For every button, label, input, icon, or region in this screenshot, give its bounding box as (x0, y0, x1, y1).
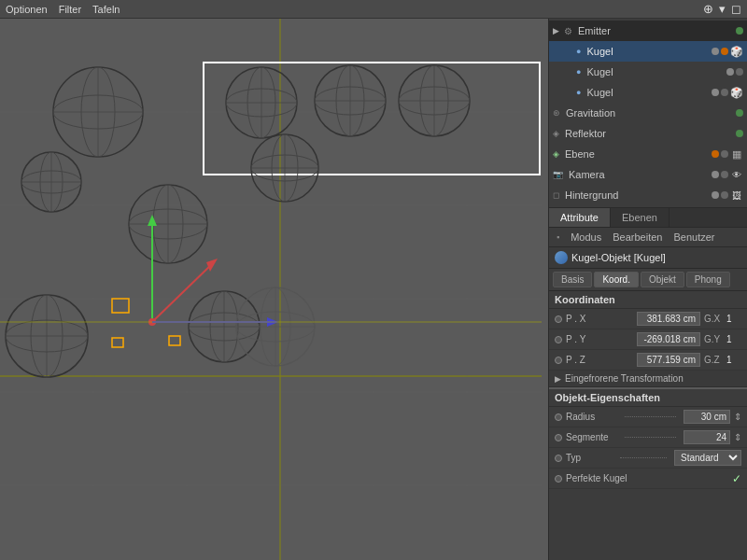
img-icon1: 🎲 (730, 45, 743, 58)
dots-radius (625, 416, 676, 417)
main-layout: ▶ ⚙ Emitter ● Kugel 🎲 (0, 19, 747, 560)
spinner-radius[interactable]: ⇕ (734, 412, 741, 422)
img-icon2: 🎲 (730, 86, 743, 99)
toolbar-modus[interactable]: Modus (567, 231, 605, 244)
prop-label-pz: P . Z (566, 355, 633, 365)
tree-item-kamera[interactable]: 📷 Kamera 👁 (549, 164, 747, 185)
prop-label-radius: Radius (566, 412, 617, 422)
tree-item-ebene[interactable]: ◈ Ebene ▦ (549, 144, 747, 164)
scene-tree: ▶ ⚙ Emitter ● Kugel 🎲 (549, 19, 747, 208)
dot4 (736, 68, 743, 76)
dot5 (712, 89, 719, 96)
prop-gvalue-px: 1 (726, 314, 741, 324)
koordinaten-header: Koordinaten (549, 291, 747, 309)
dot1 (712, 48, 719, 55)
prop-dot-px (555, 315, 562, 323)
tab-attribute[interactable]: Attribute (549, 208, 611, 227)
dots-segmente (625, 437, 676, 438)
prop-value-segmente[interactable] (684, 430, 730, 444)
tree-actions-reflektor (736, 130, 743, 137)
props-tab-row: Basis Koord. Objekt Phong (549, 269, 747, 291)
img-icon3: ▦ (730, 147, 743, 161)
tree-item-reflektor[interactable]: ◈ Reflektor (549, 123, 747, 144)
prop-row-segmente: Segmente ⇕ (549, 427, 747, 448)
prop-glabel-pz: G.Z (704, 355, 723, 365)
prop-dot-typ (555, 455, 562, 462)
right-panel: ▶ ⚙ Emitter ● Kugel 🎲 (548, 19, 747, 560)
img-icon4: 👁 (730, 168, 743, 181)
prop-value-radius[interactable] (684, 410, 730, 424)
tree-label-kugel3: Kugel (586, 87, 709, 98)
prop-label-segmente: Segmente (566, 432, 617, 442)
prop-label-py: P . Y (566, 334, 633, 344)
sub-toolbar: ▪ Modus Bearbeiten Benutzer (549, 228, 747, 247)
toolbar-bearbeiten[interactable]: Bearbeiten (609, 231, 666, 244)
dot7 (736, 109, 743, 117)
tree-label-reflektor: Reflektor (565, 128, 733, 139)
tree-actions-kugel3: 🎲 (712, 86, 743, 99)
dot13 (712, 191, 719, 199)
prop-value-pz[interactable] (637, 353, 700, 367)
tree-item-emitter[interactable]: ▶ ⚙ Emitter (549, 21, 747, 41)
tree-label-ebene: Ebene (565, 148, 709, 160)
dot11 (712, 171, 719, 178)
tree-actions-kugel1: 🎲 (712, 45, 743, 58)
tree-label-kamera: Kamera (569, 169, 709, 180)
prop-dot-py (555, 336, 562, 343)
properties-panel: Attribute Ebenen ▪ Modus Bearbeiten Benu… (549, 208, 747, 560)
tab-phong[interactable]: Phong (686, 272, 730, 287)
prop-value-px[interactable] (637, 312, 700, 326)
frozen-label: Eingefrorene Transformation (565, 373, 684, 384)
prop-glabel-px: G.X (704, 314, 723, 324)
tab-koord[interactable]: Koord. (594, 272, 638, 287)
menu-tafeln[interactable]: Tafeln (92, 4, 120, 15)
dot12 (721, 171, 728, 178)
object-name: Kugel-Objekt [Kugel] (571, 252, 666, 263)
tree-item-kugel1[interactable]: ● Kugel 🎲 (549, 41, 747, 62)
prop-value-py[interactable] (637, 332, 700, 346)
prop-row-py: P . Y G.Y 1 (549, 329, 747, 350)
viewport-3d[interactable] (0, 19, 548, 560)
tree-actions-gravitation (736, 109, 743, 117)
prop-dot-pz (555, 357, 562, 364)
toolbar-icons: ⊕ ▾ ◻ (703, 2, 741, 16)
window-icon[interactable]: ◻ (731, 2, 741, 16)
prop-value-typ[interactable]: Standard (674, 450, 741, 466)
prop-label-px: P . X (566, 314, 633, 324)
tree-item-gravitation[interactable]: ⊛ Gravitation (549, 103, 747, 123)
plus-icon[interactable]: ⊕ (703, 2, 713, 16)
tab-objekt[interactable]: Objekt (641, 272, 684, 287)
frozen-transform[interactable]: ▶ Eingefrorene Transformation (549, 371, 747, 387)
toolbar-benutzer[interactable]: Benutzer (669, 231, 718, 244)
tree-item-kugel3[interactable]: ● Kugel 🎲 (549, 82, 747, 103)
prop-label-typ: Typ (566, 453, 613, 463)
spinner-segmente[interactable]: ⇕ (734, 432, 741, 442)
prop-dot-segmente (555, 434, 562, 441)
tree-label-gravitation: Gravitation (566, 107, 733, 119)
img-icon5: 🖼 (730, 189, 743, 202)
prop-label-perfekte: Perfekte Kugel (566, 473, 728, 483)
tree-label-kugel1: Kugel (586, 46, 709, 57)
prop-dot-radius (555, 413, 562, 421)
prop-glabel-py: G.Y (704, 334, 723, 344)
dot6 (721, 89, 728, 96)
frozen-arrow: ▶ (555, 374, 561, 384)
tree-actions-ebene: ▦ (712, 147, 743, 161)
dot3 (726, 68, 734, 76)
prop-gvalue-pz: 1 (726, 355, 741, 365)
object-header: Kugel-Objekt [Kugel] (549, 247, 747, 269)
dot10 (721, 150, 728, 158)
dot8 (736, 130, 743, 137)
menu-filter[interactable]: Filter (59, 4, 81, 15)
prop-row-px: P . X G.X 1 (549, 309, 747, 329)
tab-ebenen[interactable]: Ebenen (611, 208, 669, 227)
prop-row-typ: Typ Standard (549, 448, 747, 469)
tree-item-hintergrund[interactable]: ◻ Hintergrund 🖼 (549, 185, 747, 205)
dot2 (721, 48, 728, 55)
dot14 (721, 191, 728, 199)
tab-basis[interactable]: Basis (553, 272, 592, 287)
tree-item-kugel2[interactable]: ● Kugel (549, 62, 747, 82)
tree-label-emitter: Emitter (578, 25, 733, 36)
down-icon[interactable]: ▾ (719, 2, 726, 16)
menu-optionen[interactable]: Optionen (6, 4, 48, 15)
